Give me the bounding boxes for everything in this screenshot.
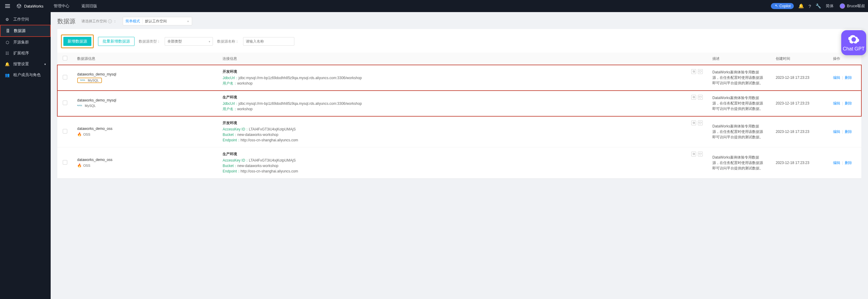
name-filter-input[interactable] bbox=[243, 37, 294, 46]
language-switch[interactable]: 简体 bbox=[826, 3, 834, 9]
cell-conn: 开发环境 JdbcUrl：jdbc:mysql://rm-bp1z69dodhh… bbox=[218, 65, 708, 90]
sidebar: ⚙ 工作空间 🗄 数据源 ⬡ 开源集群 ☷ 扩展程序 🔔 报警设置 ▾ 👥 bbox=[0, 12, 51, 299]
cell-info: dataworks_demo_mysql MySQLMySQL bbox=[72, 65, 218, 90]
nav-back-old[interactable]: 返回旧版 bbox=[75, 3, 103, 9]
workspace-name: 默认工作空间 bbox=[143, 19, 184, 24]
datasource-name: dataworks_demo_mysql bbox=[77, 98, 213, 102]
topbar: DataWorks 管理中心 返回旧版 Copilot 🔔 ? 🔧 简体 Bru… bbox=[0, 0, 868, 12]
svg-rect-0 bbox=[5, 4, 10, 5]
svg-text:MySQL: MySQL bbox=[80, 79, 85, 81]
cell-created: 2023-12-18 17:23:23 bbox=[771, 147, 828, 179]
cell-created: 2023-12-18 17:23:23 bbox=[771, 65, 828, 90]
user-menu[interactable]: Bruce喔叔 bbox=[840, 3, 865, 9]
add-datasource-button[interactable]: 新增数据源 bbox=[63, 37, 91, 46]
svg-text:MySQL: MySQL bbox=[77, 105, 82, 106]
env-label: 生产环境 bbox=[223, 95, 362, 100]
chatgpt-widget[interactable]: Chat GPT bbox=[841, 30, 866, 55]
copy-icon[interactable]: ⧉ bbox=[691, 95, 696, 100]
gear-icon: ⚙ bbox=[5, 17, 10, 22]
sparkle-icon bbox=[774, 4, 778, 8]
type-filter-select[interactable]: 全部类型 ▾ bbox=[165, 37, 213, 46]
cell-info: dataworks_demo_oss 🔥OSS bbox=[72, 116, 218, 147]
datasource-type-badge: 🔥OSS bbox=[77, 163, 90, 168]
row-checkbox[interactable] bbox=[63, 129, 67, 134]
select-all-checkbox[interactable] bbox=[63, 56, 67, 60]
edit-link[interactable]: 编辑 bbox=[833, 130, 840, 134]
copilot-button[interactable]: Copilot bbox=[771, 3, 794, 9]
menu-toggle[interactable] bbox=[3, 4, 12, 8]
info-icon[interactable]: i bbox=[108, 19, 112, 23]
sidebar-item-workspace[interactable]: ⚙ 工作空间 bbox=[0, 14, 51, 25]
bell-icon: 🔔 bbox=[5, 62, 10, 66]
nav-management-center[interactable]: 管理中心 bbox=[48, 3, 75, 9]
svg-rect-1 bbox=[5, 6, 10, 6]
sidebar-item-label: 租户成员与角色 bbox=[13, 72, 41, 78]
row-checkbox[interactable] bbox=[63, 75, 67, 79]
sidebar-item-tenant-members[interactable]: 👥 租户成员与角色 bbox=[0, 70, 51, 80]
delete-link[interactable]: 删除 bbox=[845, 130, 852, 134]
sidebar-item-opensource-cluster[interactable]: ⬡ 开源集群 bbox=[0, 37, 51, 48]
cell-created: 2023-12-18 17:23:23 bbox=[771, 90, 828, 116]
table-row: dataworks_demo_oss 🔥OSS 开发环境 AccessKey I… bbox=[57, 116, 861, 147]
copy-icon[interactable]: ⧉ bbox=[691, 120, 696, 125]
sidebar-item-extensions[interactable]: ☷ 扩展程序 bbox=[0, 48, 51, 59]
topbar-icons: 🔔 ? 🔧 bbox=[798, 3, 821, 9]
sidebar-item-alerts[interactable]: 🔔 报警设置 ▾ bbox=[0, 59, 51, 70]
shield-icon[interactable]: 🛡 bbox=[698, 120, 703, 125]
col-created: 创建时间 bbox=[771, 53, 828, 65]
main-content: 数据源 请选择工作空间 i ： 简单模式 默认工作空间 ▾ 新增数据源 bbox=[51, 12, 868, 299]
datasource-type-badge: 🔥OSS bbox=[77, 132, 90, 137]
datasource-type-badge: MySQLMySQL bbox=[77, 78, 102, 83]
database-icon: 🗄 bbox=[5, 29, 10, 33]
type-filter-label: 数据源类型： bbox=[139, 39, 160, 44]
edit-link[interactable]: 编辑 bbox=[833, 76, 840, 80]
copy-icon[interactable]: ⧉ bbox=[691, 69, 696, 74]
col-conn: 连接信息 bbox=[218, 53, 708, 65]
copy-icon[interactable]: ⧉ bbox=[691, 152, 696, 157]
shield-icon[interactable]: 🛡 bbox=[698, 69, 703, 74]
brand[interactable]: DataWorks bbox=[12, 3, 48, 9]
cell-created: 2023-12-18 17:23:23 bbox=[771, 116, 828, 147]
datasource-panel: 新增数据源 批量新增数据源 数据源类型： 全部类型 ▾ 数据源名称： ↻ bbox=[57, 29, 861, 179]
help-icon[interactable]: ? bbox=[809, 4, 811, 9]
cell-conn: 开发环境 AccessKey ID：LTAI4FvGT3iU4xjKotpUMA… bbox=[218, 116, 708, 147]
cell-info: dataworks_demo_oss 🔥OSS bbox=[72, 147, 218, 179]
table-row: dataworks_demo_mysql MySQLMySQL 开发环境 Jdb… bbox=[57, 65, 861, 90]
chatgpt-label: Chat GPT bbox=[843, 46, 865, 51]
tool-icon[interactable]: 🔧 bbox=[815, 3, 821, 9]
sidebar-item-label: 报警设置 bbox=[13, 61, 29, 67]
delete-link[interactable]: 删除 bbox=[845, 76, 852, 80]
oss-icon: 🔥 bbox=[77, 163, 82, 168]
hexagon-icon: ⬡ bbox=[5, 40, 10, 45]
cell-ops: 编辑|删除 bbox=[828, 116, 861, 147]
chevron-down-icon: ▾ bbox=[44, 62, 46, 66]
bell-icon[interactable]: 🔔 bbox=[798, 3, 804, 9]
type-filter-value: 全部类型 bbox=[167, 39, 182, 44]
workspace-label: 请选择工作空间 i ： bbox=[82, 19, 117, 24]
cell-ops: 编辑|删除 bbox=[828, 65, 861, 90]
table-row: dataworks_demo_mysql MySQLMySQL 生产环境 Jdb… bbox=[57, 90, 861, 116]
col-info: 数据源信息 bbox=[72, 53, 218, 65]
delete-link[interactable]: 删除 bbox=[845, 161, 852, 165]
page-header: 数据源 请选择工作空间 i ： 简单模式 默认工作空间 ▾ bbox=[51, 12, 868, 29]
shield-icon[interactable]: 🛡 bbox=[698, 95, 703, 100]
sliders-icon: ☷ bbox=[5, 51, 10, 56]
delete-link[interactable]: 删除 bbox=[845, 101, 852, 105]
toolbar: 新增数据源 批量新增数据源 数据源类型： 全部类型 ▾ 数据源名称： ↻ bbox=[57, 29, 861, 53]
col-checkbox bbox=[57, 53, 72, 65]
workspace-select[interactable]: 简单模式 默认工作空间 ▾ bbox=[123, 17, 192, 25]
oss-icon: 🔥 bbox=[77, 132, 82, 137]
users-icon: 👥 bbox=[5, 73, 10, 77]
row-checkbox[interactable] bbox=[63, 160, 67, 165]
batch-add-datasource-button[interactable]: 批量新增数据源 bbox=[98, 37, 134, 46]
sidebar-item-datasource[interactable]: 🗄 数据源 bbox=[0, 25, 51, 37]
env-label: 生产环境 bbox=[223, 152, 298, 157]
table-row: dataworks_demo_oss 🔥OSS 生产环境 AccessKey I… bbox=[57, 147, 861, 179]
edit-link[interactable]: 编辑 bbox=[833, 101, 840, 105]
cell-desc: DataWorks案例体验专用数据源，在任务配置时使用该数据源即可访问平台提供的… bbox=[708, 65, 771, 90]
name-filter-label: 数据源名称： bbox=[217, 39, 239, 44]
edit-link[interactable]: 编辑 bbox=[833, 161, 840, 165]
datasource-name: dataworks_demo_mysql bbox=[77, 72, 213, 76]
row-checkbox[interactable] bbox=[63, 101, 67, 105]
shield-icon[interactable]: 🛡 bbox=[698, 152, 703, 157]
